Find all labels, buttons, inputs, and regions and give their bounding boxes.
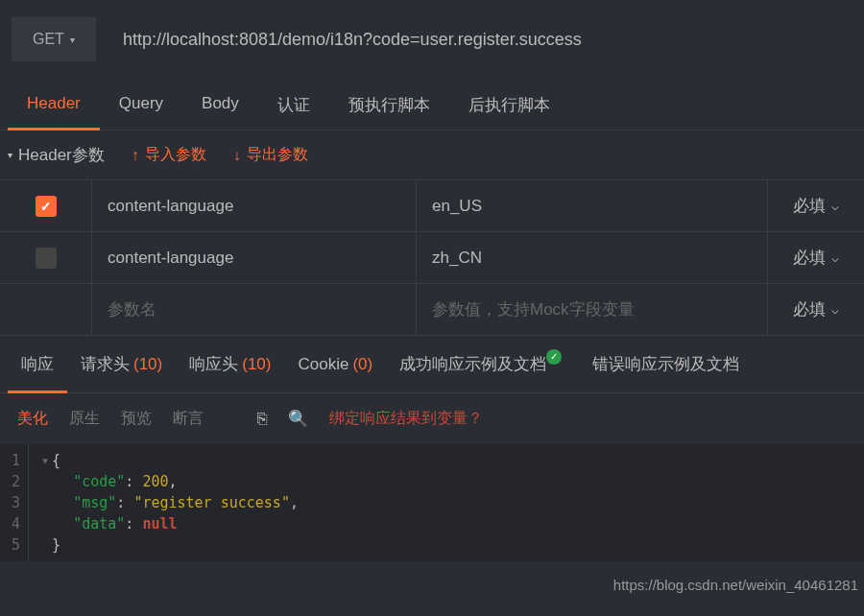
table-row: content-language zh_CN 必填 [0,232,864,284]
line-numbers: 1 2 3 4 5 [0,444,29,561]
success-badge-icon [546,349,562,365]
param-checkbox[interactable] [36,248,57,269]
table-row: content-language en_US 必填 [0,180,864,232]
rtab-error-example[interactable]: 错误响应示例及文档 [579,336,753,392]
search-icon[interactable]: 🔍 [288,409,308,429]
export-params-button[interactable]: 导出参数 [233,145,308,165]
response-tabs: 响应 请求头 (10) 响应头 (10) Cookie (0) 成功响应示例及文… [0,336,864,393]
bind-variable-link[interactable]: 绑定响应结果到变量？ [329,409,483,429]
arrow-up-icon [132,147,139,164]
tab-header[interactable]: Header [8,81,100,130]
code-content: ▾{ "code": 200, "msg": "register success… [29,444,308,561]
response-toolbar: 美化 原生 预览 断言 ⎘ 🔍 绑定响应结果到变量？ [0,393,864,444]
rtab-response[interactable]: 响应 [8,336,67,392]
param-name-input[interactable]: content-language [92,180,417,231]
response-code-editor[interactable]: 1 2 3 4 5 ▾{ "code": 200, "msg": "regist… [0,444,864,561]
header-params-table: content-language en_US 必填 content-langua… [0,179,864,336]
rtab-success-example[interactable]: 成功响应示例及文档 [386,336,579,392]
rtab-request-headers[interactable]: 请求头 (10) [67,336,176,392]
request-tabs: Header Query Body 认证 预执行脚本 后执行脚本 [0,81,864,130]
tab-post-script[interactable]: 后执行脚本 [449,81,569,130]
format-assert[interactable]: 断言 [173,409,204,429]
import-params-button[interactable]: 导入参数 [132,145,206,165]
tab-pre-script[interactable]: 预执行脚本 [329,81,449,130]
tab-query[interactable]: Query [100,81,182,130]
http-method-selector[interactable]: GET [12,17,96,61]
param-required-select[interactable]: 必填 [768,232,864,283]
param-value-input[interactable]: zh_CN [417,232,768,283]
table-row: 参数名 参数值，支持Mock字段变量 必填 [0,284,864,336]
watermark: https://blog.csdn.net/weixin_40461281 [613,577,858,593]
arrow-down-icon [233,147,241,164]
param-value-input[interactable]: en_US [417,180,768,231]
rtab-response-headers[interactable]: 响应头 (10) [176,336,284,392]
header-params-toggle[interactable]: Header参数 [8,144,105,166]
param-checkbox[interactable] [36,196,57,217]
format-beautify[interactable]: 美化 [17,409,48,429]
tab-auth[interactable]: 认证 [258,81,329,130]
copy-icon[interactable]: ⎘ [257,410,267,429]
tab-body[interactable]: Body [182,81,258,130]
rtab-cookie[interactable]: Cookie (0) [284,338,386,391]
url-input[interactable] [115,22,852,58]
param-required-select[interactable]: 必填 [768,284,864,335]
format-preview[interactable]: 预览 [121,409,152,429]
param-name-input[interactable]: 参数名 [92,284,417,335]
param-required-select[interactable]: 必填 [768,180,864,231]
param-name-input[interactable]: content-language [92,232,417,283]
format-raw[interactable]: 原生 [69,409,100,429]
param-value-input[interactable]: 参数值，支持Mock字段变量 [417,284,768,335]
